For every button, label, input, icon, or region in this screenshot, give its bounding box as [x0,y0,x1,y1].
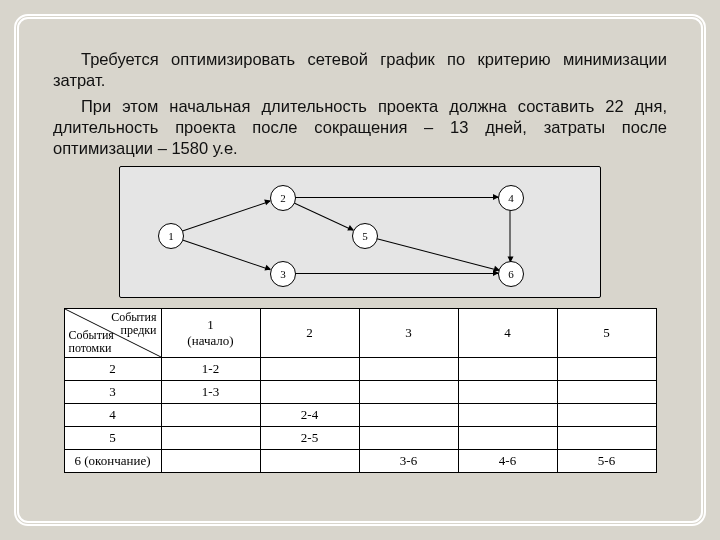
cell-3-3 [359,381,458,404]
cell-5-1 [161,427,260,450]
table-row: 31-3 [64,381,656,404]
cell-2-3 [359,358,458,381]
cell-5-5 [557,427,656,450]
node-6: 6 [498,261,524,287]
node-3: 3 [270,261,296,287]
cell-2-1: 1-2 [161,358,260,381]
cell-6-5: 5-6 [557,450,656,473]
table-row: 6 (окончание)3-64-65-6 [64,450,656,473]
row-header-2: 2 [64,358,161,381]
cell-5-3 [359,427,458,450]
table-row: 21-2 [64,358,656,381]
cell-4-2: 2-4 [260,404,359,427]
cell-6-4: 4-6 [458,450,557,473]
edge-n1-n3 [181,239,271,270]
edge-n2-n5 [293,202,354,231]
cell-4-1 [161,404,260,427]
network-graph: 123456 [119,166,601,298]
paragraph-2: При этом начальная длительность проекта … [53,96,667,158]
paragraph-1: Требуется оптимизировать сетевой график … [53,49,667,90]
cell-3-2 [260,381,359,404]
row-header-3: 3 [64,381,161,404]
cell-6-2 [260,450,359,473]
edge-n2-n4 [294,197,498,198]
cell-3-1: 1-3 [161,381,260,404]
diag-header: СобытияпредкиСобытияпотомки [64,309,161,358]
paragraph-1-text: Требуется оптимизировать сетевой график … [53,50,667,89]
cell-4-5 [557,404,656,427]
row-header-4: 4 [64,404,161,427]
edge-n1-n2 [181,201,271,232]
col-header-2: 2 [260,309,359,358]
cell-2-2 [260,358,359,381]
diag-bot-label: Событияпотомки [69,329,114,355]
cell-6-3: 3-6 [359,450,458,473]
table-row: 52-5 [64,427,656,450]
cell-4-4 [458,404,557,427]
slide-outer-frame: Требуется оптимизировать сетевой график … [0,0,720,540]
edge-n5-n6 [375,238,498,271]
paragraph-2-text: При этом начальная длительность проекта … [53,97,667,156]
col-header-4: 4 [458,309,557,358]
edge-n3-n6 [294,273,498,274]
cell-3-4 [458,381,557,404]
row-header-6: 6 (окончание) [64,450,161,473]
edge-n4-n6 [510,210,511,262]
cell-6-1 [161,450,260,473]
predecessor-table: СобытияпредкиСобытияпотомки1(начало)2345… [64,308,657,473]
cell-4-3 [359,404,458,427]
table-row: 42-4 [64,404,656,427]
diag-top-label: Событияпредки [111,311,156,337]
cell-2-5 [557,358,656,381]
node-5: 5 [352,223,378,249]
cell-5-2: 2-5 [260,427,359,450]
node-4: 4 [498,185,524,211]
cell-5-4 [458,427,557,450]
col-header-5: 5 [557,309,656,358]
node-2: 2 [270,185,296,211]
slide-inner-frame: Требуется оптимизировать сетевой график … [14,14,706,526]
cell-2-4 [458,358,557,381]
row-header-5: 5 [64,427,161,450]
node-1: 1 [158,223,184,249]
cell-3-5 [557,381,656,404]
col-header-1: 1(начало) [161,309,260,358]
col-header-3: 3 [359,309,458,358]
